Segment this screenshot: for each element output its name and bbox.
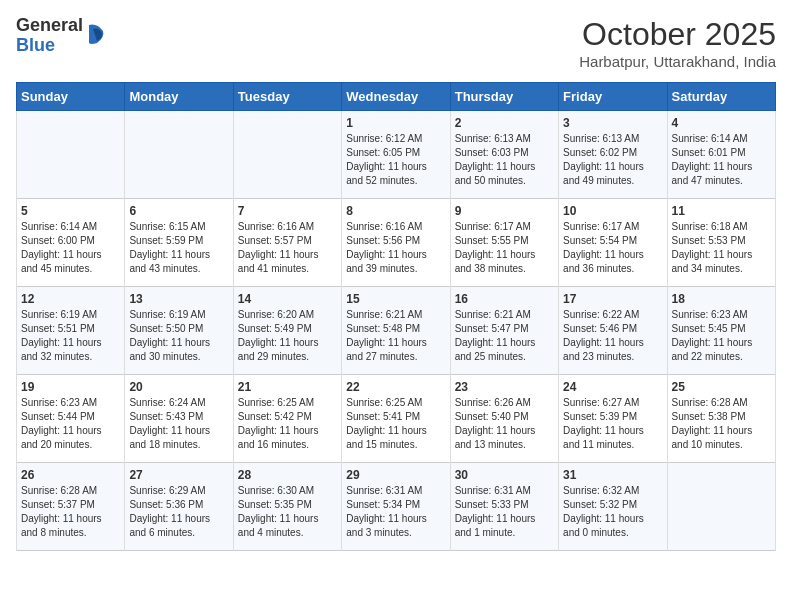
weekday-header-tuesday: Tuesday [233, 83, 341, 111]
day-number: 21 [238, 380, 337, 394]
day-number: 18 [672, 292, 771, 306]
cell-info: Sunrise: 6:23 AM Sunset: 5:45 PM Dayligh… [672, 308, 771, 364]
day-number: 25 [672, 380, 771, 394]
logo: General Blue [16, 16, 105, 56]
cell-info: Sunrise: 6:23 AM Sunset: 5:44 PM Dayligh… [21, 396, 120, 452]
calendar-cell [17, 111, 125, 199]
weekday-header-saturday: Saturday [667, 83, 775, 111]
cell-info: Sunrise: 6:16 AM Sunset: 5:57 PM Dayligh… [238, 220, 337, 276]
calendar-week-row: 26Sunrise: 6:28 AM Sunset: 5:37 PM Dayli… [17, 463, 776, 551]
cell-info: Sunrise: 6:18 AM Sunset: 5:53 PM Dayligh… [672, 220, 771, 276]
cell-info: Sunrise: 6:28 AM Sunset: 5:37 PM Dayligh… [21, 484, 120, 540]
calendar-week-row: 1Sunrise: 6:12 AM Sunset: 6:05 PM Daylig… [17, 111, 776, 199]
calendar-cell: 9Sunrise: 6:17 AM Sunset: 5:55 PM Daylig… [450, 199, 558, 287]
cell-info: Sunrise: 6:14 AM Sunset: 6:01 PM Dayligh… [672, 132, 771, 188]
calendar-cell: 29Sunrise: 6:31 AM Sunset: 5:34 PM Dayli… [342, 463, 450, 551]
day-number: 24 [563, 380, 662, 394]
cell-info: Sunrise: 6:17 AM Sunset: 5:55 PM Dayligh… [455, 220, 554, 276]
calendar-cell: 1Sunrise: 6:12 AM Sunset: 6:05 PM Daylig… [342, 111, 450, 199]
day-number: 31 [563, 468, 662, 482]
cell-info: Sunrise: 6:16 AM Sunset: 5:56 PM Dayligh… [346, 220, 445, 276]
day-number: 22 [346, 380, 445, 394]
day-number: 26 [21, 468, 120, 482]
day-number: 16 [455, 292, 554, 306]
cell-info: Sunrise: 6:21 AM Sunset: 5:48 PM Dayligh… [346, 308, 445, 364]
cell-info: Sunrise: 6:25 AM Sunset: 5:41 PM Dayligh… [346, 396, 445, 452]
logo-icon [87, 23, 105, 45]
cell-info: Sunrise: 6:13 AM Sunset: 6:03 PM Dayligh… [455, 132, 554, 188]
day-number: 23 [455, 380, 554, 394]
calendar-cell [233, 111, 341, 199]
day-number: 15 [346, 292, 445, 306]
calendar-cell: 6Sunrise: 6:15 AM Sunset: 5:59 PM Daylig… [125, 199, 233, 287]
cell-info: Sunrise: 6:32 AM Sunset: 5:32 PM Dayligh… [563, 484, 662, 540]
day-number: 6 [129, 204, 228, 218]
day-number: 27 [129, 468, 228, 482]
calendar-cell: 21Sunrise: 6:25 AM Sunset: 5:42 PM Dayli… [233, 375, 341, 463]
calendar-cell: 30Sunrise: 6:31 AM Sunset: 5:33 PM Dayli… [450, 463, 558, 551]
page-header: General Blue October 2025 Harbatpur, Utt… [16, 16, 776, 70]
day-number: 28 [238, 468, 337, 482]
cell-info: Sunrise: 6:31 AM Sunset: 5:34 PM Dayligh… [346, 484, 445, 540]
calendar-cell: 23Sunrise: 6:26 AM Sunset: 5:40 PM Dayli… [450, 375, 558, 463]
weekday-header-wednesday: Wednesday [342, 83, 450, 111]
weekday-header-thursday: Thursday [450, 83, 558, 111]
cell-info: Sunrise: 6:31 AM Sunset: 5:33 PM Dayligh… [455, 484, 554, 540]
day-number: 9 [455, 204, 554, 218]
cell-info: Sunrise: 6:22 AM Sunset: 5:46 PM Dayligh… [563, 308, 662, 364]
weekday-header-row: SundayMondayTuesdayWednesdayThursdayFrid… [17, 83, 776, 111]
calendar-week-row: 12Sunrise: 6:19 AM Sunset: 5:51 PM Dayli… [17, 287, 776, 375]
cell-info: Sunrise: 6:27 AM Sunset: 5:39 PM Dayligh… [563, 396, 662, 452]
weekday-header-friday: Friday [559, 83, 667, 111]
calendar-cell: 8Sunrise: 6:16 AM Sunset: 5:56 PM Daylig… [342, 199, 450, 287]
weekday-header-sunday: Sunday [17, 83, 125, 111]
day-number: 14 [238, 292, 337, 306]
cell-info: Sunrise: 6:30 AM Sunset: 5:35 PM Dayligh… [238, 484, 337, 540]
calendar-cell: 2Sunrise: 6:13 AM Sunset: 6:03 PM Daylig… [450, 111, 558, 199]
cell-info: Sunrise: 6:13 AM Sunset: 6:02 PM Dayligh… [563, 132, 662, 188]
day-number: 12 [21, 292, 120, 306]
logo-blue-text: Blue [16, 36, 83, 56]
calendar-cell [125, 111, 233, 199]
cell-info: Sunrise: 6:17 AM Sunset: 5:54 PM Dayligh… [563, 220, 662, 276]
calendar-week-row: 5Sunrise: 6:14 AM Sunset: 6:00 PM Daylig… [17, 199, 776, 287]
weekday-header-monday: Monday [125, 83, 233, 111]
calendar-cell: 26Sunrise: 6:28 AM Sunset: 5:37 PM Dayli… [17, 463, 125, 551]
day-number: 17 [563, 292, 662, 306]
day-number: 2 [455, 116, 554, 130]
cell-info: Sunrise: 6:12 AM Sunset: 6:05 PM Dayligh… [346, 132, 445, 188]
calendar-title: October 2025 [579, 16, 776, 53]
calendar-cell: 16Sunrise: 6:21 AM Sunset: 5:47 PM Dayli… [450, 287, 558, 375]
cell-info: Sunrise: 6:19 AM Sunset: 5:51 PM Dayligh… [21, 308, 120, 364]
calendar-cell: 24Sunrise: 6:27 AM Sunset: 5:39 PM Dayli… [559, 375, 667, 463]
cell-info: Sunrise: 6:20 AM Sunset: 5:49 PM Dayligh… [238, 308, 337, 364]
cell-info: Sunrise: 6:26 AM Sunset: 5:40 PM Dayligh… [455, 396, 554, 452]
day-number: 7 [238, 204, 337, 218]
cell-info: Sunrise: 6:24 AM Sunset: 5:43 PM Dayligh… [129, 396, 228, 452]
calendar-cell: 17Sunrise: 6:22 AM Sunset: 5:46 PM Dayli… [559, 287, 667, 375]
calendar-cell: 27Sunrise: 6:29 AM Sunset: 5:36 PM Dayli… [125, 463, 233, 551]
day-number: 11 [672, 204, 771, 218]
cell-info: Sunrise: 6:19 AM Sunset: 5:50 PM Dayligh… [129, 308, 228, 364]
day-number: 19 [21, 380, 120, 394]
cell-info: Sunrise: 6:15 AM Sunset: 5:59 PM Dayligh… [129, 220, 228, 276]
day-number: 30 [455, 468, 554, 482]
day-number: 8 [346, 204, 445, 218]
calendar-cell: 25Sunrise: 6:28 AM Sunset: 5:38 PM Dayli… [667, 375, 775, 463]
calendar-cell: 20Sunrise: 6:24 AM Sunset: 5:43 PM Dayli… [125, 375, 233, 463]
calendar-cell: 12Sunrise: 6:19 AM Sunset: 5:51 PM Dayli… [17, 287, 125, 375]
calendar-cell: 11Sunrise: 6:18 AM Sunset: 5:53 PM Dayli… [667, 199, 775, 287]
title-block: October 2025 Harbatpur, Uttarakhand, Ind… [579, 16, 776, 70]
day-number: 20 [129, 380, 228, 394]
calendar-cell: 31Sunrise: 6:32 AM Sunset: 5:32 PM Dayli… [559, 463, 667, 551]
calendar-cell: 7Sunrise: 6:16 AM Sunset: 5:57 PM Daylig… [233, 199, 341, 287]
day-number: 13 [129, 292, 228, 306]
calendar-cell: 14Sunrise: 6:20 AM Sunset: 5:49 PM Dayli… [233, 287, 341, 375]
cell-info: Sunrise: 6:21 AM Sunset: 5:47 PM Dayligh… [455, 308, 554, 364]
calendar-cell: 22Sunrise: 6:25 AM Sunset: 5:41 PM Dayli… [342, 375, 450, 463]
calendar-cell: 5Sunrise: 6:14 AM Sunset: 6:00 PM Daylig… [17, 199, 125, 287]
calendar-cell: 3Sunrise: 6:13 AM Sunset: 6:02 PM Daylig… [559, 111, 667, 199]
day-number: 5 [21, 204, 120, 218]
calendar-cell: 28Sunrise: 6:30 AM Sunset: 5:35 PM Dayli… [233, 463, 341, 551]
cell-info: Sunrise: 6:25 AM Sunset: 5:42 PM Dayligh… [238, 396, 337, 452]
